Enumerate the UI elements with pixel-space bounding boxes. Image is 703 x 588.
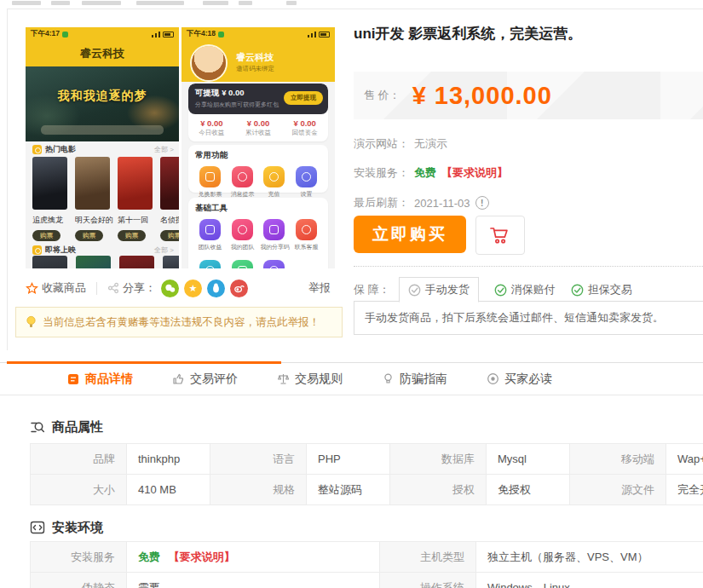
upcoming-header: 即将上映 全部 > — [32, 244, 174, 256]
tab-trade-review[interactable]: 交易评价 — [172, 372, 238, 387]
qzone-share-icon[interactable]: ★ — [184, 280, 202, 297]
info-bang-icon[interactable]: ! — [475, 196, 489, 210]
avatar — [192, 46, 226, 80]
movie-title: 明天会好的 — [75, 215, 115, 226]
tab-fraud-guide[interactable]: 防骗指南 — [382, 372, 447, 387]
ticket-icon — [263, 260, 285, 268]
movie-poster — [32, 256, 67, 268]
attributes-heading: 商品属性 — [30, 418, 103, 436]
weibo-share-icon[interactable] — [230, 280, 248, 297]
movie-title: 第十一回 — [118, 215, 158, 226]
refresh-date: 2021-11-03 — [414, 197, 470, 210]
detail-icon — [66, 372, 80, 386]
common-functions-card: 常用功能 兑换影票 消息提示 充值 设置 — [188, 145, 328, 193]
code-icon — [30, 520, 45, 535]
favorite-share-row: 收藏商品 分享： ★ 举报 — [26, 278, 331, 298]
attributes-table: 品牌 thinkphp 语言 PHP 数据库 Mysql 移动端 Wap+App… — [30, 443, 703, 505]
withdraw-desc: 分享给朋友购票可获得更多红包 — [195, 101, 279, 109]
movie-banner-title: 我和我追逐的梦 — [26, 89, 179, 104]
report-warning-banner[interactable]: 当前信息若含有黄赌毒等违法违规不良内容，请点此举报！ — [15, 307, 343, 337]
add-to-cart-button[interactable] — [475, 216, 525, 255]
screenshot-phone-home: 下午4:17 睿云科技 我和我追逐的梦 热门电影 全部 > 追虎擒龙 购票 明天… — [26, 27, 179, 268]
movie-poster — [118, 157, 153, 210]
movie-item: 第十一回 购票 — [118, 157, 160, 241]
detail-tabs: 商品详情 交易评价 交易规则 防骗指南 买家必读 — [0, 362, 703, 395]
my-team-icon — [232, 219, 253, 240]
dotted-divider — [354, 266, 703, 267]
movie-poster — [75, 157, 110, 210]
phone2-time: 下午4:18 — [187, 29, 216, 39]
upcoming-icon — [32, 245, 42, 255]
guarantee-row: 保 障： 手动发货 消保赔付 担保交易 — [354, 277, 703, 303]
member-icon — [199, 260, 221, 268]
movie-banner: 我和我追逐的梦 — [26, 66, 179, 141]
recharge-icon — [263, 166, 285, 187]
movie-item: 名侦探 购票 — [160, 157, 179, 241]
tab-product-detail[interactable]: 商品详情 — [66, 372, 133, 387]
divider — [96, 282, 97, 295]
hot-movies-more: 全部 > — [154, 145, 174, 154]
table-row: 大小 410 MB 规格 整站源码 授权 免授权 源文件 完全开源（含全部 — [31, 475, 703, 505]
upcoming-more: 全部 > — [154, 245, 174, 255]
exchange-ticket-icon — [199, 166, 221, 187]
tab-trade-rules[interactable]: 交易规则 — [277, 372, 343, 387]
guarantee-consumer-protection[interactable]: 消保赔付 — [494, 282, 556, 297]
upcoming-title: 即将上映 — [45, 245, 76, 256]
buy-now-button[interactable]: 立即购买 — [354, 216, 466, 253]
app-item: 消息提示 — [228, 166, 257, 199]
demo-row: 演示网站： 无演示 — [354, 136, 699, 152]
phone2-statusbar: 下午4:18 — [182, 27, 335, 41]
app-item: 联系客服 — [291, 219, 321, 251]
scales-icon — [277, 372, 290, 385]
common-functions-title: 常用功能 — [195, 150, 321, 161]
hot-movies-header: 热门电影 全部 > — [32, 143, 174, 155]
install-service-row: 安装服务： 免费 【要求说明】 — [354, 165, 699, 181]
notification-dot-icon — [218, 32, 224, 37]
withdraw-amount: 可提现 ¥ 0.00 — [195, 88, 245, 99]
battery-icon — [319, 32, 330, 37]
install-requirement-link[interactable]: 【要求说明】 — [441, 165, 508, 181]
settings-icon — [296, 166, 317, 187]
price-label: 售 价： — [364, 88, 400, 103]
guarantee-escrow[interactable]: 担保交易 — [571, 282, 632, 297]
clipped-top-toolbar — [0, 0, 703, 8]
check-circle-icon — [571, 284, 584, 297]
guarantee-manual-shipping[interactable]: 手动发货 — [399, 277, 479, 303]
check-circle-icon — [408, 284, 421, 297]
buy-ticket-pill: 购票 — [75, 230, 103, 241]
target-icon — [487, 372, 499, 385]
buy-ticket-pill: 购票 — [160, 230, 179, 241]
report-link[interactable]: 举报 — [308, 280, 331, 296]
buy-ticket-pill: 购票 — [32, 230, 61, 241]
movie-title: 追虎擒龙 — [32, 215, 72, 226]
table-row: 伪静态 需要 操作系统 Windows、Linux — [31, 573, 703, 588]
requirement-link[interactable]: 【要求说明】 — [169, 551, 235, 563]
wechat-share-icon[interactable] — [161, 280, 179, 297]
list-search-icon — [30, 419, 45, 435]
environment-table: 安装服务 免费 【要求说明】 主机类型 独立主机（服务器、VPS、VM） 伪静态… — [30, 541, 703, 588]
tab-buyer-must-read[interactable]: 买家必读 — [487, 372, 552, 387]
hot-movies-icon — [32, 145, 42, 154]
cart-icon — [489, 225, 511, 245]
guarantee-label: 保 障： — [354, 282, 390, 297]
demo-value: 无演示 — [414, 136, 447, 152]
screenshot-phone-profile: 下午4:18 睿云科技 邀请码未绑定 可提现 ¥ 0.00 分享给朋友购票可获得… — [182, 27, 335, 268]
app-item: 设置 — [291, 166, 321, 199]
movie-poster — [76, 256, 111, 268]
movie-item: 追虎擒龙 购票 — [32, 157, 75, 241]
withdraw-button: 立即提现 — [284, 91, 323, 105]
app-item: 我的分享码 — [259, 219, 289, 251]
share-label: 分享： — [123, 280, 156, 296]
qq-share-icon[interactable] — [207, 280, 225, 297]
favorite-button[interactable]: 收藏商品 — [42, 280, 86, 296]
stat-item: ¥ 0.00累计收益 — [235, 118, 282, 137]
hot-movies-title: 热门电影 — [45, 144, 76, 155]
stat-item: ¥ 0.00今日收益 — [188, 118, 235, 137]
app-item: 兑换影票 — [195, 166, 225, 199]
stat-item: ¥ 0.00回馈资金 — [281, 118, 328, 137]
movie-poster — [160, 157, 179, 210]
star-icon — [26, 282, 38, 295]
movie-poster — [163, 256, 179, 268]
movie-poster — [32, 157, 67, 210]
shipping-note: 手动发货商品，拍下后系统会通过邮件、短信通知卖家发货。 — [354, 301, 703, 335]
